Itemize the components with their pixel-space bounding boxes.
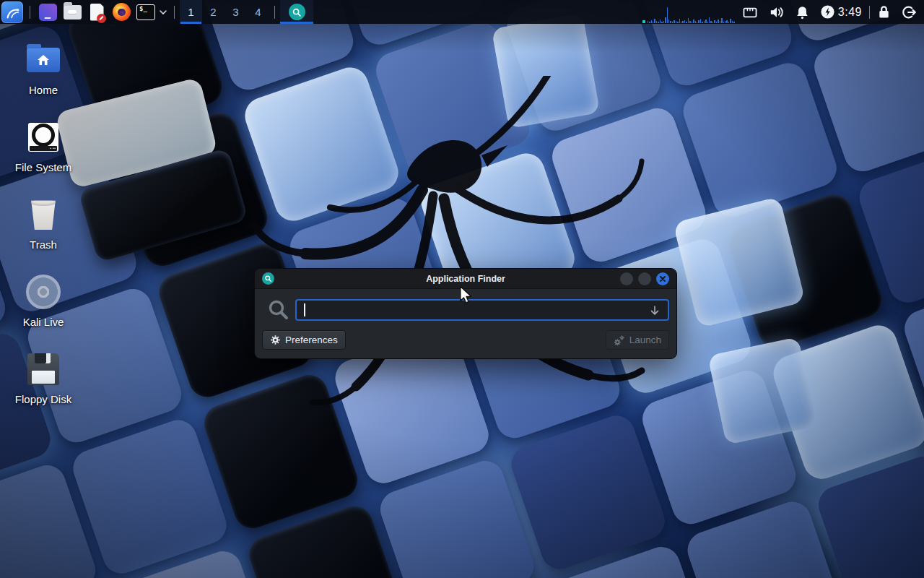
workspace-4[interactable]: 4 bbox=[247, 0, 269, 24]
desktop-icon-home[interactable]: Home bbox=[9, 38, 78, 115]
cpu-graph-marker bbox=[642, 20, 645, 23]
desktop-icon-file-system[interactable]: File System bbox=[9, 115, 78, 192]
desktop-icon-label: File System bbox=[15, 161, 71, 173]
desktop-icon-floppy-disk[interactable]: Floppy Disk bbox=[9, 347, 78, 424]
cpu-graph-plugin[interactable] bbox=[641, 0, 736, 24]
firefox-launcher[interactable] bbox=[111, 1, 131, 23]
cpu-graph-bar bbox=[714, 20, 715, 23]
cpu-graph-bar bbox=[651, 20, 652, 23]
volume-icon[interactable] bbox=[769, 5, 785, 20]
cpu-graph-bar bbox=[732, 21, 733, 23]
application-finder-window: Application Finder bbox=[254, 268, 677, 359]
workspace-1-label: 1 bbox=[188, 6, 193, 18]
workspace-3[interactable]: 3 bbox=[225, 0, 247, 24]
purple-app-window-icon bbox=[39, 4, 57, 21]
panel-right-group: 3:49 bbox=[641, 0, 924, 24]
cpu-graph-bar bbox=[689, 21, 690, 23]
lock-icon[interactable] bbox=[877, 4, 891, 20]
app-window-launcher[interactable] bbox=[38, 1, 58, 23]
cpu-graph-bar bbox=[677, 22, 678, 23]
preferences-button[interactable]: Preferences bbox=[262, 330, 346, 350]
cd-disc-icon bbox=[26, 275, 61, 309]
arrow-down-icon bbox=[649, 304, 661, 316]
minimize-button[interactable] bbox=[620, 272, 633, 285]
workspace-2[interactable]: 2 bbox=[202, 0, 225, 24]
session-actions bbox=[877, 4, 917, 20]
cpu-graph-bar bbox=[720, 21, 720, 23]
launch-button[interactable]: Launch bbox=[606, 330, 669, 350]
network-icon[interactable] bbox=[742, 6, 758, 19]
cpu-graph-bar bbox=[726, 20, 727, 23]
wallpaper-cube bbox=[68, 415, 231, 578]
workspace-2-label: 2 bbox=[210, 6, 216, 18]
trash-can-icon bbox=[30, 199, 57, 230]
search-input[interactable] bbox=[295, 299, 669, 321]
terminal-launcher[interactable]: $_ bbox=[136, 1, 156, 23]
cpu-graph-bar bbox=[681, 22, 681, 23]
cpu-graph-bar bbox=[723, 22, 724, 23]
desktop-icon-kali-live[interactable]: Kali Live bbox=[9, 269, 78, 347]
file-manager-launcher[interactable] bbox=[62, 1, 82, 23]
cpu-graph-bar bbox=[661, 22, 662, 23]
cpu-graph-bar bbox=[668, 20, 669, 23]
panel-separator bbox=[174, 6, 175, 19]
search-icon bbox=[262, 299, 295, 321]
launch-gears-icon bbox=[614, 335, 625, 346]
edit-pencil-badge-icon bbox=[97, 14, 106, 23]
cpu-graph-bar bbox=[702, 22, 702, 23]
close-icon bbox=[659, 275, 666, 282]
cpu-graph-bar bbox=[663, 21, 664, 23]
text-caret bbox=[304, 303, 305, 316]
logout-icon[interactable] bbox=[901, 4, 917, 20]
desktop-icon-label: Floppy Disk bbox=[15, 393, 71, 405]
cpu-graph-bar bbox=[716, 22, 717, 23]
system-tray bbox=[742, 4, 835, 20]
cpu-graph-bar bbox=[648, 21, 648, 23]
desktop-icon-trash[interactable]: Trash bbox=[9, 192, 78, 269]
cpu-graph-bar bbox=[674, 20, 674, 23]
terminal-launcher-dropdown[interactable] bbox=[159, 9, 167, 16]
desktop-icon-label: Trash bbox=[30, 238, 57, 251]
cpu-graph-bar bbox=[730, 19, 731, 23]
cpu-graph-bar bbox=[692, 22, 692, 23]
home-folder-icon bbox=[27, 48, 60, 72]
cpu-graph-bar bbox=[698, 20, 699, 23]
text-editor-launcher[interactable] bbox=[87, 1, 107, 23]
cpu-graph-bar bbox=[649, 22, 650, 23]
cpu-graph-bar bbox=[693, 20, 694, 23]
applications-menu-button[interactable] bbox=[1, 1, 23, 23]
maximize-button[interactable] bbox=[638, 272, 651, 285]
cpu-graph-bar bbox=[679, 19, 680, 23]
cpu-graph-bar bbox=[707, 22, 708, 23]
close-button[interactable] bbox=[656, 272, 669, 285]
floppy-disk-icon bbox=[27, 353, 59, 385]
application-finder-app-icon bbox=[262, 272, 274, 285]
cpu-graph-bar bbox=[710, 21, 711, 23]
desktop-icon-label: Home bbox=[29, 84, 58, 96]
mouse-cursor bbox=[459, 285, 474, 304]
firefox-icon bbox=[113, 3, 131, 21]
cpu-graph-bar bbox=[686, 22, 687, 23]
desktop-icon-label: Kali Live bbox=[23, 316, 64, 328]
cpu-graph-bar bbox=[704, 21, 705, 23]
workspace-3-label: 3 bbox=[232, 6, 238, 18]
history-dropdown-arrow[interactable] bbox=[649, 304, 661, 316]
cpu-graph-bar bbox=[670, 21, 671, 23]
clock[interactable]: 3:49 bbox=[838, 6, 862, 19]
wallpaper-ice-cube bbox=[707, 337, 816, 445]
cpu-graph-bar bbox=[700, 19, 701, 23]
cpu-graph-bar bbox=[718, 20, 718, 23]
power-manager-icon[interactable] bbox=[820, 4, 835, 20]
panel-separator bbox=[30, 6, 30, 19]
top-panel: $_ 1 2 3 4 bbox=[0, 0, 924, 24]
taskbar-application-finder[interactable] bbox=[280, 0, 313, 24]
hard-drive-icon bbox=[28, 123, 58, 152]
launch-label: Launch bbox=[629, 335, 661, 345]
cpu-graph-bar bbox=[712, 22, 713, 23]
file-manager-folder-icon bbox=[64, 5, 82, 20]
workspace-1[interactable]: 1 bbox=[180, 0, 202, 24]
cpu-graph-bar bbox=[672, 22, 673, 23]
cpu-graph-bar bbox=[658, 22, 658, 23]
panel-separator bbox=[869, 6, 870, 19]
notifications-bell-icon[interactable] bbox=[796, 5, 809, 20]
